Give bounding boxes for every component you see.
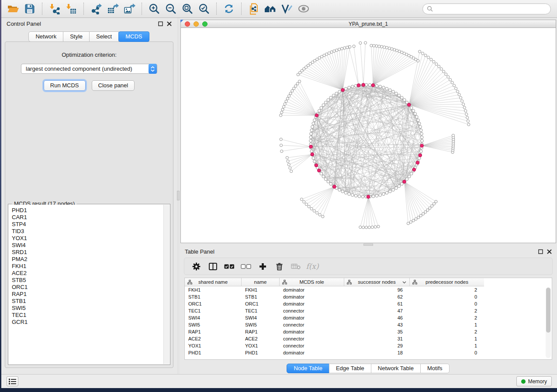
network-node[interactable] (280, 144, 282, 147)
mcds-result-item[interactable]: YOX1 (12, 235, 163, 242)
network-node[interactable] (344, 87, 347, 90)
table-row[interactable]: SWI4SWI4dominator462 (185, 314, 552, 321)
network-node[interactable] (371, 226, 374, 228)
network-node[interactable] (465, 113, 468, 116)
mcds-node-selected[interactable] (357, 84, 360, 87)
network-node[interactable] (398, 185, 401, 188)
network-node[interactable] (382, 193, 385, 196)
network-node[interactable] (324, 101, 327, 104)
network-node[interactable] (286, 156, 288, 159)
open-file-button[interactable] (5, 2, 21, 16)
mcds-result-item[interactable]: FKH1 (12, 263, 163, 270)
mcds-result-item[interactable]: TID3 (12, 228, 163, 235)
tab-select[interactable]: Select (89, 31, 119, 42)
column-header-successor-nodes[interactable]: successor nodes (344, 278, 410, 286)
network-node[interactable] (419, 129, 422, 132)
tab-network[interactable]: Network (28, 31, 63, 42)
network-node[interactable] (349, 45, 351, 48)
network-node[interactable] (419, 214, 422, 217)
network-node[interactable] (451, 81, 453, 84)
import-network-button[interactable] (46, 2, 63, 16)
network-node[interactable] (379, 85, 382, 88)
network-node[interactable] (332, 94, 335, 97)
network-node[interactable] (336, 49, 338, 52)
network-node[interactable] (374, 226, 377, 228)
network-node[interactable] (440, 68, 443, 70)
network-node[interactable] (280, 138, 282, 141)
network-node[interactable] (432, 203, 435, 205)
network-node[interactable] (455, 87, 457, 90)
network-node[interactable] (419, 50, 421, 53)
network-node[interactable] (280, 150, 283, 152)
mcds-node-selected[interactable] (407, 103, 411, 107)
network-node[interactable] (421, 139, 424, 142)
network-node[interactable] (311, 125, 314, 128)
network-node[interactable] (401, 96, 404, 99)
network-node[interactable] (393, 48, 396, 51)
network-node[interactable] (381, 45, 383, 48)
column-header-name[interactable]: name (242, 278, 280, 286)
network-node[interactable] (333, 50, 336, 52)
mcds-node-selected[interactable] (416, 161, 419, 165)
mcds-result-item[interactable]: PMA2 (12, 256, 163, 263)
mcds-result-item[interactable]: TEC1 (12, 312, 163, 319)
zoom-in-button[interactable] (146, 2, 163, 16)
network-node[interactable] (392, 189, 395, 192)
mcds-node-selected[interactable] (403, 180, 406, 184)
network-node[interactable] (370, 44, 373, 47)
network-node[interactable] (348, 86, 351, 89)
network-node[interactable] (309, 136, 312, 139)
network-node[interactable] (378, 45, 381, 48)
tab-mcds[interactable]: MCDS (118, 31, 149, 42)
network-node[interactable] (320, 172, 323, 175)
network-node[interactable] (432, 60, 435, 63)
network-node[interactable] (310, 132, 313, 135)
network-node[interactable] (405, 178, 408, 181)
criterion-dropdown[interactable]: largest connected component (undirected) (21, 64, 157, 74)
network-node[interactable] (427, 56, 429, 58)
tab-style[interactable]: Style (63, 31, 90, 42)
network-node[interactable] (296, 83, 299, 85)
column-header-shared-name[interactable]: shared name (185, 278, 242, 286)
network-node[interactable] (410, 172, 413, 175)
zoom-fit-button[interactable] (179, 2, 196, 16)
mcds-node-selected[interactable] (419, 154, 422, 157)
table-scroll-thumb[interactable] (546, 288, 550, 333)
mcds-list-scrollbar[interactable] (163, 205, 170, 364)
network-node[interactable] (343, 47, 346, 49)
mcds-result-item[interactable]: SWI4 (12, 242, 163, 249)
network-node[interactable] (375, 45, 378, 47)
network-node[interactable] (368, 226, 370, 229)
network-node[interactable] (346, 46, 349, 48)
network-node[interactable] (365, 83, 368, 86)
float-panel-icon[interactable] (538, 249, 543, 254)
mcds-node-selected[interactable] (341, 88, 345, 92)
network-node[interactable] (341, 190, 344, 193)
network-node[interactable] (372, 195, 375, 198)
table-row[interactable]: FKH1FKH1dominator962 (185, 286, 552, 293)
network-node[interactable] (308, 205, 310, 208)
network-node[interactable] (312, 157, 315, 160)
show-column-panel-button[interactable] (204, 259, 221, 273)
network-node[interactable] (449, 79, 451, 81)
mcds-result-item[interactable]: PHD1 (12, 207, 163, 214)
mcds-result-item[interactable]: SRD1 (12, 249, 163, 256)
table-settings-button[interactable] (188, 259, 204, 273)
network-node[interactable] (338, 189, 341, 192)
network-node[interactable] (329, 182, 332, 186)
network-node[interactable] (375, 194, 378, 197)
network-node[interactable] (324, 178, 327, 181)
network-node[interactable] (298, 80, 301, 83)
save-button[interactable] (21, 2, 38, 16)
network-node[interactable] (382, 86, 385, 89)
show-hide-button[interactable] (295, 2, 312, 16)
network-node[interactable] (463, 106, 466, 109)
close-panel-icon[interactable] (167, 21, 172, 26)
network-node[interactable] (426, 209, 429, 211)
network-node[interactable] (462, 103, 465, 106)
network-node[interactable] (431, 205, 433, 207)
network-node[interactable] (362, 226, 365, 229)
import-table-button[interactable] (63, 2, 80, 16)
network-node[interactable] (389, 89, 392, 92)
network-node[interactable] (401, 182, 404, 186)
